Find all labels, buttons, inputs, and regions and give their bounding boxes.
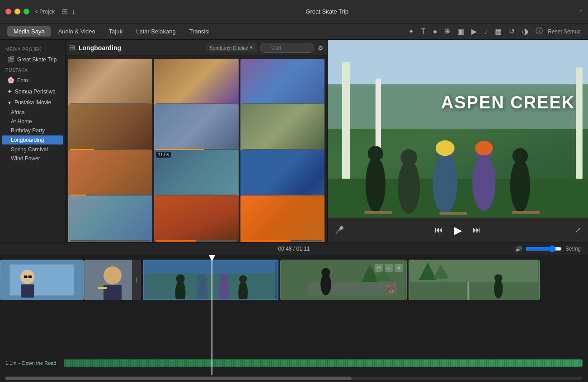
svg-rect-27	[24, 275, 28, 278]
microphone-button[interactable]: 🎤	[335, 226, 344, 234]
svg-point-46	[321, 268, 330, 277]
clip-3-aspen-creek[interactable]: 2.2s – ASPEN CREE...	[143, 260, 278, 300]
svg-rect-51	[467, 282, 469, 300]
preview-panel: ASPEN CREEK 🎤 ⏮ ▶ ⏭ ⤢	[328, 40, 588, 242]
sidebar-item-imovie-library[interactable]: ▼ Pustaka iMovie	[2, 98, 63, 107]
clip-watermark-icon: 🐻	[385, 284, 397, 295]
audio-icon[interactable]: ♪	[482, 27, 490, 37]
svg-rect-5	[576, 68, 583, 185]
minimize-button[interactable]	[14, 9, 20, 14]
video-thumb-7[interactable]	[68, 150, 152, 197]
video-grid: 11.5s	[66, 56, 327, 242]
sidebar-item-spring-carnival[interactable]: Spring Carnival	[0, 145, 65, 154]
playhead[interactable]	[212, 255, 212, 375]
clip-1[interactable]	[0, 260, 84, 300]
filter-icon[interactable]: ❋	[442, 26, 452, 37]
clip-2[interactable]: ⟩	[85, 260, 141, 300]
tab-latar-belakang[interactable]: Latar Belakang	[130, 26, 182, 37]
tab-transisi[interactable]: Transisi	[183, 26, 216, 37]
browser-filter-button[interactable]: Sembunyi Ditolak ▾	[206, 43, 256, 52]
svg-point-15	[472, 155, 496, 211]
skip-back-button[interactable]: ⏮	[435, 225, 443, 235]
clip-overlay-icons: ⚙ ↔ ✕	[375, 264, 403, 272]
back-button[interactable]: < Projek	[35, 9, 55, 15]
view-toggle-button[interactable]: ⊞	[62, 7, 68, 16]
upload-button[interactable]: ↑	[579, 8, 583, 16]
svg-point-14	[436, 140, 455, 156]
svg-point-38	[197, 274, 207, 284]
video-thumb-12[interactable]	[240, 196, 325, 242]
video-thumb-10[interactable]	[68, 196, 152, 242]
color-icon[interactable]: ●	[431, 27, 440, 37]
browser-settings-button[interactable]: ⚙	[318, 44, 324, 51]
video-thumb-11[interactable]	[154, 196, 238, 242]
sidebar-item-semua-peristiwa[interactable]: ✦ Semua Peristiwa	[2, 86, 63, 97]
audio-bar[interactable]	[64, 359, 583, 367]
traffic-lights	[5, 9, 29, 14]
svg-point-10	[398, 160, 420, 214]
svg-rect-3	[342, 62, 350, 184]
sidebar-item-foto[interactable]: 🌸 Foto	[2, 75, 63, 85]
preview-video: ASPEN CREEK	[328, 40, 588, 218]
sidebar-item-wind-power[interactable]: Wind Power	[0, 154, 65, 163]
svg-point-17	[475, 141, 493, 155]
clip-5[interactable]	[409, 260, 540, 300]
clip-edit-icon[interactable]: ⚙	[375, 264, 383, 272]
svg-point-9	[368, 146, 383, 161]
video-thumb-3[interactable]	[240, 59, 325, 106]
clip-join-marker: ⟩	[132, 260, 141, 300]
video-thumb-9[interactable]	[240, 150, 325, 197]
clip-1-thumbnail	[0, 260, 83, 300]
svg-point-12	[433, 155, 457, 213]
svg-point-36	[176, 275, 185, 283]
seting-button[interactable]: Seting	[565, 246, 581, 252]
video-thumb-2[interactable]	[154, 59, 238, 106]
sidebar-item-birthday-party[interactable]: Birthday Party	[0, 126, 65, 135]
search-input[interactable]	[260, 43, 314, 53]
clip-4[interactable]: ⚙ ↔ ✕ 🐻	[280, 260, 407, 300]
play-button[interactable]: ▶	[454, 224, 462, 237]
magic-wand-icon[interactable]: ✦	[406, 26, 416, 37]
sidebar-item-great-skate-trip[interactable]: 🎬 Great Skate Trip	[2, 54, 63, 65]
video-thumb-8[interactable]: 11.5s	[154, 150, 238, 197]
text-icon[interactable]: T	[419, 27, 428, 37]
tab-audio-video[interactable]: Audio & Video	[52, 26, 102, 37]
browser-title: Longboarding	[79, 44, 202, 51]
clip-delete-icon[interactable]: ✕	[395, 264, 403, 272]
clip-3-thumbnail	[144, 261, 278, 299]
close-button[interactable]	[5, 9, 11, 14]
browser-grid-button[interactable]: ⊞	[69, 43, 75, 52]
download-button[interactable]: ↓	[71, 8, 75, 16]
video-camera-icon[interactable]: ▶	[469, 26, 479, 37]
volume-slider[interactable]	[526, 245, 562, 252]
chart-icon[interactable]: ▦	[493, 26, 504, 37]
video-thumb-1[interactable]	[68, 59, 152, 106]
info-icon[interactable]: ⓘ	[533, 26, 545, 37]
sidebar-item-africa[interactable]: Africa	[0, 108, 65, 117]
fullscreen-button[interactable]	[24, 9, 29, 14]
video-thumb-6[interactable]	[240, 104, 325, 152]
clip-info-icon[interactable]: ↔	[385, 264, 393, 272]
chevron-down-icon: ▾	[250, 45, 253, 51]
photo-icon: 🌸	[7, 77, 14, 84]
timeline-body: ⟩ 2.2s – ASPEN CREE...	[0, 255, 588, 375]
noise-icon[interactable]: ◑	[520, 26, 531, 37]
svg-rect-24	[10, 265, 74, 295]
timeline-scrollbar[interactable]	[5, 377, 583, 380]
reset-button[interactable]: Reset Semua	[548, 28, 581, 35]
pustaka-label: PUSTAKA	[0, 65, 65, 75]
sidebar-item-longboarding[interactable]: Longboarding	[2, 135, 63, 144]
crop-icon[interactable]: ▣	[455, 26, 466, 37]
rotate-icon[interactable]: ↺	[507, 26, 517, 37]
svg-point-8	[366, 157, 386, 212]
video-thumb-5[interactable]	[154, 104, 238, 152]
svg-rect-26	[21, 284, 34, 298]
sidebar-item-at-home[interactable]: At Home	[0, 117, 65, 126]
tab-media-saya[interactable]: Media Saya	[7, 26, 51, 37]
skip-forward-button[interactable]: ⏭	[473, 225, 481, 235]
main-content: MEDIA PROJEK 🎬 Great Skate Trip PUSTAKA …	[0, 40, 588, 242]
tab-tajuk[interactable]: Tajuk	[103, 26, 129, 37]
fullscreen-expand-button[interactable]: ⤢	[575, 226, 581, 234]
svg-point-19	[513, 148, 528, 163]
video-thumb-4[interactable]	[68, 104, 152, 152]
